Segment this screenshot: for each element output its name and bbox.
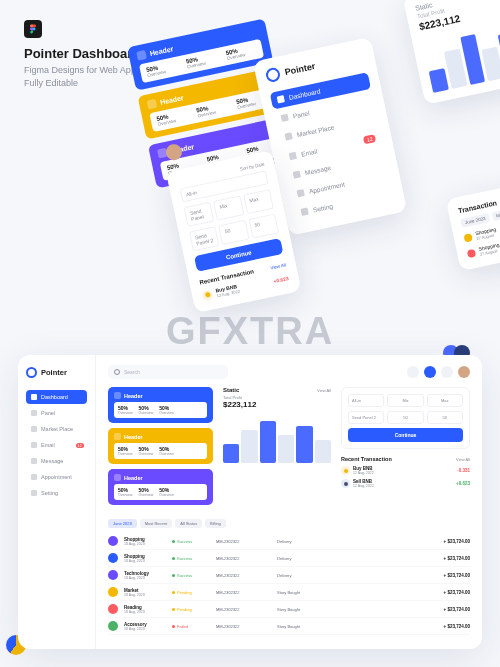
dashboard-icon [31,394,37,400]
nav-panel[interactable]: Panel [26,406,87,420]
message-icon [31,458,37,464]
nav-message[interactable]: Message [26,454,87,468]
filter-allin[interactable]: All-in [348,394,384,407]
header-card-purple[interactable]: Header 50%Overview 50%Overview 50%Overvi… [108,469,213,505]
static-title: Static [223,387,239,393]
coin-icon [341,479,350,488]
static-value: $223,112 [223,400,331,409]
recent-section: Recent Transaction View All Buy BNB12 Au… [341,456,470,488]
panel-icon [281,114,289,122]
filter-fifty[interactable]: 50 [427,411,463,424]
nav-dashboard[interactable]: Dashboard [26,390,87,404]
recent-row[interactable]: Sell BNB12 Aug, 2022 +0.623 [341,479,470,488]
tx-id: MM-2302322 [216,556,271,561]
category-icon [108,536,118,546]
view-all-link[interactable]: View All [317,388,331,393]
view-all-link[interactable]: View All [456,457,470,462]
tx-type: Story Bought [277,590,322,595]
table-filter[interactable]: June 2023 [108,519,137,528]
table-filter[interactable]: Most Recent [140,519,172,528]
tx-amount: + $23,724.00 [444,573,470,578]
tx-id: MM-2302322 [216,573,271,578]
nav-email[interactable]: Email12 [26,438,87,452]
category-icon [108,587,118,597]
status-badge: Success [172,539,210,544]
header-card-blue[interactable]: Header 50%Overview 50%Overview 50%Overvi… [108,387,213,423]
tx-type: Delivery [277,556,322,561]
status-badge: Pending [172,607,210,612]
category-icon [108,604,118,614]
tx-type: Story Bought [277,624,322,629]
message-icon [293,170,301,178]
filter-fifty[interactable]: 50 [248,214,279,239]
bar-chart [223,415,331,463]
marketplace-icon [285,132,293,140]
filter-mix[interactable]: Mix [213,195,244,220]
filter-column: All-in Mix Max Send Panel 2 50 50 Contin… [341,387,470,510]
tx-id: MM-2302322 [216,624,271,629]
header-icon [136,50,147,61]
tx-type: Story Bought [277,607,322,612]
view-all-link[interactable]: View All [270,262,286,270]
status-badge: Failed [172,624,210,629]
transaction-title: Transaction [458,186,500,215]
table-filter[interactable]: All Status [175,519,202,528]
continue-button[interactable]: Continue [348,428,463,442]
tx-amount: + $23,724.00 [444,556,470,561]
tx-amount: + $23,724.00 [444,539,470,544]
tx-amount: + $23,724.00 [444,590,470,595]
filter-fifty[interactable]: 50 [387,411,423,424]
brand-name: Pointer [284,61,316,77]
coin-icon [201,289,213,301]
header-card-yellow[interactable]: Header 50%Overview 50%Overview 50%Overvi… [108,428,213,464]
main-content: Search Header 50%Overview 50%Overview 50… [96,355,482,649]
brand-row: Pointer [26,367,87,378]
nav-setting[interactable]: Setting [26,486,87,500]
setting-icon [301,208,309,216]
filter-max[interactable]: Max [243,189,274,214]
notification-icon[interactable] [407,366,419,378]
tx-amount: + $23,724.00 [444,624,470,629]
category-icon [108,570,118,580]
tx-id: MM-2302322 [216,607,271,612]
filter-field1[interactable]: Send Panel [184,202,215,227]
table-row[interactable]: Shopping10 Aug, 2023 Success MM-2302322 … [108,533,470,550]
filter-card: All-in Mix Max Send Panel 2 50 50 Contin… [341,387,470,449]
top-bar: Search [108,365,470,379]
tx-type: Delivery [277,539,322,544]
filter-field2[interactable]: Send Panel 2 [348,411,384,424]
recent-row[interactable]: Buy BNB12 Aug, 2022 -0.331 [341,466,470,475]
dashboard-panel: Pointer Dashboard Panel Market Place Ema… [18,355,482,649]
brand-logo-icon [26,367,37,378]
static-column: Static View All Total Profit $223,112 [223,387,331,510]
filter-chip[interactable]: Most Recent [491,206,500,222]
filter-field2[interactable]: Send Panel 2 [189,226,220,251]
table-filter[interactable]: Billing [205,519,226,528]
tx-amount: + $23,724.00 [444,607,470,612]
header-icon [114,392,121,399]
avatar[interactable] [458,366,470,378]
table-row[interactable]: Shopping10 Aug, 2023 Success MM-2302322 … [108,550,470,567]
sidebar: Pointer Dashboard Panel Market Place Ema… [18,355,96,649]
table-row[interactable]: Accessory10 Aug, 2023 Failed MM-2302322 … [108,618,470,635]
settings-icon[interactable] [441,366,453,378]
filter-chip[interactable]: June 2023 [460,213,490,228]
email-icon [289,151,297,159]
tx-id: MM-2302322 [216,590,271,595]
tx-id: MM-2302322 [216,539,271,544]
table-row[interactable]: Reading10 Aug, 2023 Pending MM-2302322 S… [108,601,470,618]
filter-max[interactable]: Max [427,394,463,407]
tx-icon [467,248,476,257]
nav-appointment[interactable]: Appointment [26,470,87,484]
search-input[interactable]: Search [108,365,228,379]
appointment-icon [297,189,305,197]
filter-fifty[interactable]: 50 [218,220,249,245]
status-badge: Success [172,556,210,561]
table-row[interactable]: Market10 Aug, 2023 Pending MM-2302322 St… [108,584,470,601]
action-icon[interactable] [424,366,436,378]
nav-marketplace[interactable]: Market Place [26,422,87,436]
table-row[interactable]: Technology10 Aug, 2023 Success MM-230232… [108,567,470,584]
coin-icon [341,466,350,475]
panel-icon [31,410,37,416]
filter-mix[interactable]: Mix [387,394,423,407]
